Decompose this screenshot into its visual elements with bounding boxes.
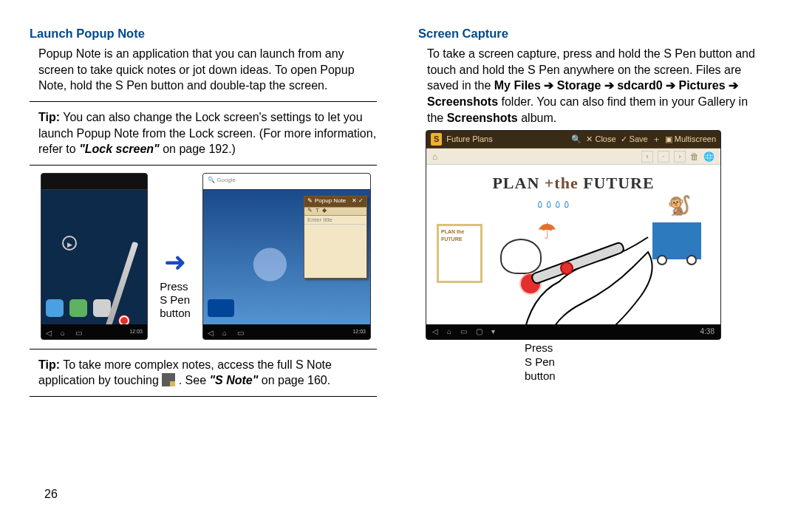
album-name: Screenshots — [447, 112, 518, 124]
caption-line: S Pen — [160, 293, 190, 306]
next-icon: › — [674, 151, 686, 163]
page-indicator: · — [658, 151, 669, 163]
app-logo: S — [431, 133, 442, 146]
caption-line: button — [525, 369, 556, 382]
back-icon: ◁ — [208, 328, 215, 335]
caption-press-spen: Press S Pen button — [525, 341, 765, 383]
home-icon: ⌂ — [222, 328, 230, 335]
popup-note-icon: ✎ — [307, 197, 313, 205]
trash-icon: 🗑 — [690, 151, 699, 163]
popup-note-title: Popup Note — [315, 197, 346, 205]
app-icon — [69, 299, 87, 317]
prev-icon: ‹ — [641, 151, 653, 163]
tablet-thumbnail-home: ▶ ◁ ⌂ ▭ 12:03 — [41, 173, 148, 340]
hand-with-spen — [515, 230, 663, 340]
breadcrumb: Future Plans — [446, 134, 492, 145]
home-icon: ⌂ — [432, 151, 437, 163]
status-clock: 12:03 — [129, 328, 143, 335]
arrow-label-block: ➜ Press S Pen button — [152, 254, 198, 321]
tip-suffix: on page 160. — [258, 374, 330, 386]
popup-note-title-field: Enter title — [304, 216, 366, 225]
tip-text: . See — [175, 374, 209, 386]
right-column: Screen Capture To take a screen capture,… — [411, 25, 765, 404]
caption-line: Press — [525, 341, 553, 354]
back-icon: ◁ — [46, 328, 53, 335]
tip-label: Tip: — [38, 358, 60, 371]
tip-lockscreen: Tip: You can also change the Lock screen… — [22, 109, 377, 157]
app-icon — [46, 299, 64, 317]
status-clock: 4:38 — [700, 327, 715, 337]
status-clock: 12:03 — [352, 328, 366, 335]
tablet-thumbnail-popup: 🔍 Google ✎ Popup Note ✕ ✓ ✎ T ◆ — [202, 173, 371, 340]
snote-icon — [162, 373, 175, 386]
caption-line: button — [160, 307, 191, 319]
home-icon: ⌂ — [447, 327, 451, 337]
pen-tool-icon: ✎ — [307, 207, 313, 215]
divider — [30, 165, 377, 166]
close-icon: ✕ ✓ — [352, 197, 364, 205]
page-thumbnail: PLAN the FUTURE — [437, 224, 482, 283]
svg-point-1 — [561, 262, 573, 274]
recent-icon: ▭ — [460, 327, 467, 337]
divider — [30, 101, 377, 102]
drawing-title: PLAN +the FUTURE — [426, 165, 720, 194]
caption-line: S Pen — [525, 355, 555, 368]
save-button: ✓ Save — [621, 134, 648, 145]
tip-ref-lockscreen: "Lock screen" — [79, 143, 160, 155]
multiscreen-button: ▣ Multiscreen — [665, 134, 716, 145]
recent-icon: ▭ — [75, 328, 83, 335]
add-button: ＋ — [652, 134, 661, 145]
intro-launch: Popup Note is an application that you ca… — [22, 46, 377, 94]
doodle-figure: 🐒 — [667, 193, 691, 219]
tip-ref-snote: "S Note" — [209, 374, 258, 386]
text-tool-icon: T — [316, 207, 319, 215]
search-icon: 🔍 — [571, 134, 582, 145]
arrow-icon: ➜ — [164, 254, 186, 270]
globe-icon: 🌐 — [703, 151, 715, 163]
menu-icon: ▾ — [491, 327, 495, 337]
intro-capture: To take a screen capture, press and hold… — [411, 46, 765, 126]
divider — [30, 349, 377, 349]
doodle-raindrops: ٥ ٥ ٥ ٥ — [537, 197, 570, 211]
section-heading-capture: Screen Capture — [411, 25, 765, 41]
page-number: 26 — [44, 486, 58, 502]
screenshot-icon: ▢ — [476, 327, 482, 337]
home-icon: ⌂ — [61, 328, 68, 335]
left-column: Launch Popup Note Popup Note is an appli… — [22, 25, 377, 404]
popup-note-window: ✎ Popup Note ✕ ✓ ✎ T ◆ Enter title — [304, 196, 367, 279]
section-heading-launch: Launch Popup Note — [22, 25, 377, 41]
eraser-tool-icon: ◆ — [322, 207, 327, 215]
tip-suffix: on page 192.) — [160, 143, 236, 155]
caption-line: Press — [160, 280, 188, 293]
tip-label: Tip: — [38, 111, 60, 123]
play-icon: ▶ — [62, 236, 77, 250]
screen-capture-illustration: S Future Plans 🔍 ✕ Close ✓ Save ＋ ▣ Mult… — [426, 130, 721, 340]
recent-icon: ▭ — [237, 328, 245, 335]
svg-rect-0 — [531, 242, 625, 284]
back-icon: ◁ — [432, 327, 438, 337]
divider — [30, 396, 377, 397]
app-icon — [93, 299, 111, 317]
tip-snote: Tip: To take more complex notes, access … — [22, 357, 377, 389]
close-button: ✕ Close — [586, 134, 615, 145]
illustration-launch: ▶ ◁ ⌂ ▭ 12:03 ➜ — [22, 173, 377, 340]
intro-text: album. — [518, 112, 556, 124]
